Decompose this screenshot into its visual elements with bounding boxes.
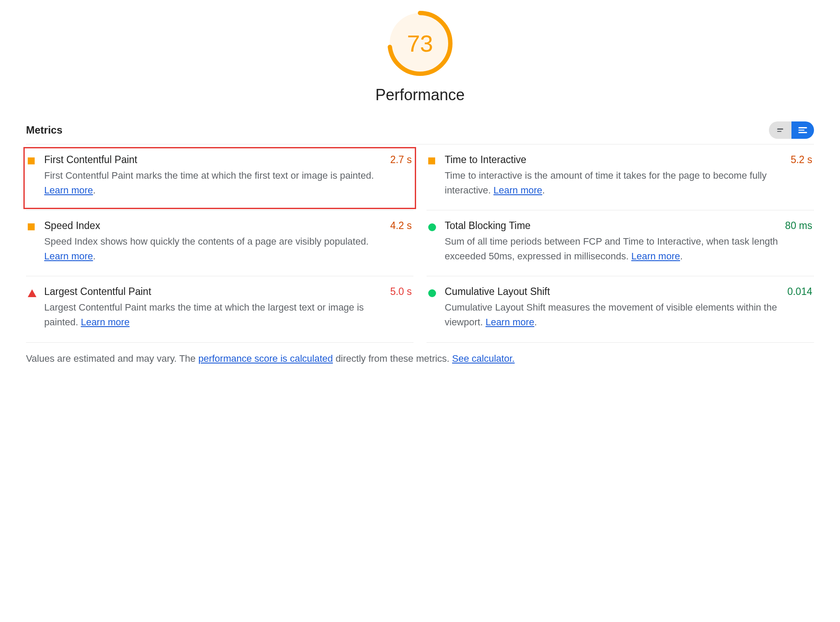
metric-description: Cumulative Layout Shift measures the mov… — [445, 300, 784, 330]
circle-icon — [428, 286, 441, 330]
metric-desc-suffix: . — [542, 185, 545, 196]
metrics-footer: Values are estimated and may vary. The p… — [26, 343, 814, 364]
metric-desc-text: First Contentful Paint marks the time at… — [44, 170, 374, 181]
view-expanded-button[interactable] — [791, 121, 814, 139]
footer-text-2: directly from these metrics. — [333, 353, 452, 364]
metric-value: 2.7 s — [390, 154, 412, 198]
metric-desc-text: Sum of all time periods between FCP and … — [445, 236, 778, 262]
learn-more-link[interactable]: Learn more — [44, 185, 93, 196]
square-icon — [28, 154, 41, 198]
metric-card: Largest Contentful PaintLargest Contentf… — [26, 276, 413, 342]
learn-more-link[interactable]: Learn more — [494, 185, 543, 196]
footer-text-1: Values are estimated and may vary. The — [26, 353, 198, 364]
metric-name: Largest Contentful Paint — [44, 286, 387, 298]
collapsed-icon — [777, 128, 783, 132]
metric-description: Sum of all time periods between FCP and … — [445, 234, 781, 264]
metric-name: Time to Interactive — [445, 154, 787, 166]
metric-value: 4.2 s — [390, 220, 412, 264]
metrics-grid: First Contentful PaintFirst Contentful P… — [26, 144, 814, 343]
metric-value: 80 ms — [785, 220, 812, 264]
metric-body: Time to InteractiveTime to interactive i… — [445, 154, 787, 198]
metric-desc-text: Time to interactive is the amount of tim… — [445, 170, 767, 196]
metric-description: Speed Index shows how quickly the conten… — [44, 234, 387, 264]
metric-description: Time to interactive is the amount of tim… — [445, 168, 787, 198]
metric-card: Cumulative Layout ShiftCumulative Layout… — [427, 276, 814, 342]
metric-card: First Contentful PaintFirst Contentful P… — [26, 144, 413, 210]
triangle-icon — [28, 286, 41, 330]
score-title: Performance — [375, 86, 465, 104]
metric-card: Time to InteractiveTime to interactive i… — [427, 144, 814, 210]
metric-description: Largest Contentful Paint marks the time … — [44, 300, 387, 330]
metrics-header: Metrics — [26, 121, 814, 144]
metric-desc-suffix: . — [93, 185, 96, 196]
metric-desc-text: Speed Index shows how quickly the conten… — [44, 236, 368, 247]
metric-body: First Contentful PaintFirst Contentful P… — [44, 154, 387, 198]
view-toggle — [769, 121, 814, 139]
metric-value: 0.014 — [787, 286, 812, 330]
metric-desc-suffix: . — [680, 251, 683, 262]
score-number: 73 — [385, 9, 455, 78]
see-calculator-link[interactable]: See calculator. — [452, 353, 514, 364]
expanded-icon — [798, 127, 807, 133]
metric-value: 5.0 s — [390, 286, 412, 330]
metric-body: Largest Contentful PaintLargest Contentf… — [44, 286, 387, 330]
circle-icon — [428, 220, 441, 264]
metric-card: Speed IndexSpeed Index shows how quickly… — [26, 210, 413, 276]
learn-more-link[interactable]: Learn more — [81, 317, 130, 327]
metric-name: Speed Index — [44, 220, 387, 232]
metrics-heading: Metrics — [26, 124, 62, 136]
score-gauge: 73 — [385, 9, 455, 78]
metric-desc-suffix: . — [534, 317, 537, 327]
perf-score-calc-link[interactable]: performance score is calculated — [198, 353, 333, 364]
metric-body: Cumulative Layout ShiftCumulative Layout… — [445, 286, 784, 330]
metric-description: First Contentful Paint marks the time at… — [44, 168, 387, 198]
metric-body: Speed IndexSpeed Index shows how quickly… — [44, 220, 387, 264]
metric-desc-suffix: . — [93, 251, 96, 262]
metric-body: Total Blocking TimeSum of all time perio… — [445, 220, 781, 264]
square-icon — [28, 220, 41, 264]
metric-name: Total Blocking Time — [445, 220, 781, 232]
learn-more-link[interactable]: Learn more — [631, 251, 680, 262]
view-collapsed-button[interactable] — [769, 121, 791, 139]
square-icon — [428, 154, 441, 198]
learn-more-link[interactable]: Learn more — [44, 251, 93, 262]
metric-name: First Contentful Paint — [44, 154, 387, 166]
metric-card: Total Blocking TimeSum of all time perio… — [427, 210, 814, 276]
performance-gauge-section: 73 Performance — [26, 9, 814, 104]
metric-value: 5.2 s — [791, 154, 812, 198]
learn-more-link[interactable]: Learn more — [485, 317, 534, 327]
metric-name: Cumulative Layout Shift — [445, 286, 784, 298]
